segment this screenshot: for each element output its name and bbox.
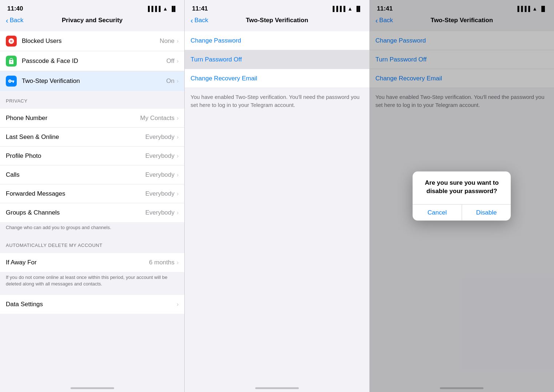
privacy-footer: Change who can add you to groups and cha…: [0, 222, 184, 235]
blocked-users-chevron: ›: [177, 38, 178, 44]
dialog-buttons: Cancel Disable: [413, 204, 511, 220]
data-settings-item[interactable]: Data Settings ›: [0, 295, 184, 314]
two-step-description-1: You have enabled Two-Step verification. …: [185, 88, 369, 114]
passcode-value: Off: [166, 57, 174, 65]
battery-icon-2: ▐▌: [355, 6, 362, 12]
groups-channels-item[interactable]: Groups & Channels Everybody ›: [0, 203, 184, 222]
back-button-2[interactable]: ‹ Back: [190, 17, 208, 24]
status-bar-1: 11:40 ▐▐▐▐ ▲ ▐▌: [0, 0, 184, 15]
back-chevron-2: ‹: [190, 17, 193, 24]
signal-icon: ▐▐▐▐: [146, 6, 161, 12]
passcode-label: Passcode & Face ID: [22, 57, 166, 65]
profile-photo-label: Profile Photo: [6, 152, 145, 160]
profile-photo-item[interactable]: Profile Photo Everybody ›: [0, 147, 184, 165]
change-password-label-1: Change Password: [190, 37, 241, 44]
phone-number-chevron: ›: [177, 115, 178, 121]
forwarded-messages-chevron: ›: [177, 191, 178, 197]
last-seen-label: Last Seen & Online: [6, 133, 145, 141]
last-seen-value: Everybody: [145, 133, 174, 141]
two-step-chevron: ›: [177, 78, 178, 84]
profile-photo-value: Everybody: [145, 152, 174, 160]
phone-number-value: My Contacts: [140, 115, 174, 122]
passcode-chevron: ›: [177, 58, 178, 64]
forwarded-messages-label: Forwarded Messages: [6, 190, 145, 197]
groups-channels-value: Everybody: [145, 209, 174, 216]
status-icons-1: ▐▐▐▐ ▲ ▐▌: [146, 6, 177, 12]
blocked-users-icon: [6, 36, 17, 47]
page-title-1: Privacy and Security: [62, 17, 123, 24]
forwarded-messages-value: Everybody: [145, 190, 174, 197]
if-away-for-item[interactable]: If Away For 6 months ›: [0, 253, 184, 272]
back-button-1[interactable]: ‹ Back: [6, 17, 23, 24]
turn-password-off-label-1: Turn Password Off: [190, 56, 242, 63]
status-icons-2: ▐▐▐▐ ▲ ▐▌: [331, 6, 362, 12]
last-seen-item[interactable]: Last Seen & Online Everybody ›: [0, 128, 184, 147]
blocked-users-value: None: [160, 37, 174, 45]
two-step-label: Two-Step Verification: [22, 77, 166, 85]
privacy-section-header: PRIVACY: [0, 91, 184, 106]
if-away-for-label: If Away For: [6, 259, 149, 266]
home-indicator-2: [255, 387, 299, 389]
back-label-2: Back: [194, 17, 208, 24]
blocked-users-label: Blocked Users: [22, 37, 160, 45]
dialog-cancel-button[interactable]: Cancel: [413, 204, 462, 220]
status-time-2: 11:41: [192, 5, 208, 12]
battery-icon: ▐▌: [170, 6, 177, 12]
groups-channels-label: Groups & Channels: [6, 209, 145, 216]
passcode-icon: [6, 56, 17, 67]
page-title-2: Two-Step Verification: [246, 17, 308, 24]
passcode-faceid-item[interactable]: Passcode & Face ID Off ›: [0, 51, 184, 71]
nav-bar-2: ‹ Back Two-Step Verification: [185, 15, 369, 28]
auto-delete-footer: If you do not come online at least once …: [0, 272, 184, 292]
dialog-title: Are you sure you want to disable your pa…: [418, 179, 505, 196]
groups-channels-chevron: ›: [177, 209, 178, 216]
signal-icon-2: ▐▐▐▐: [331, 6, 345, 12]
calls-value: Everybody: [145, 171, 174, 179]
forwarded-messages-item[interactable]: Forwarded Messages Everybody ›: [0, 184, 184, 203]
auto-delete-section-header: AUTOMATICALLY DELETE MY ACCOUNT: [0, 235, 184, 250]
data-settings-label: Data Settings: [6, 301, 177, 308]
change-recovery-email-label-1: Change Recovery Email: [190, 75, 257, 82]
data-settings-chevron: ›: [177, 301, 178, 308]
disable-password-dialog: Are you sure you want to disable your pa…: [413, 172, 511, 221]
phone-number-label: Phone Number: [6, 115, 140, 122]
last-seen-chevron: ›: [177, 134, 178, 140]
panel-two-step-2: 11:41 ▐▐▐▐ ▲ ▐▌ ‹ Back Two-Step Verifica…: [370, 0, 554, 392]
back-chevron-1: ‹: [6, 17, 8, 24]
two-step-icon: [6, 76, 17, 87]
calls-chevron: ›: [177, 172, 178, 178]
profile-photo-chevron: ›: [177, 153, 178, 159]
blocked-users-item[interactable]: Blocked Users None ›: [0, 31, 184, 51]
privacy-list: Phone Number My Contacts › Last Seen & O…: [0, 109, 184, 222]
calls-label: Calls: [6, 171, 145, 179]
calls-item[interactable]: Calls Everybody ›: [0, 165, 184, 184]
panel-privacy-security: 11:40 ▐▐▐▐ ▲ ▐▌ ‹ Back Privacy and Secur…: [0, 0, 185, 392]
dialog-disable-button[interactable]: Disable: [462, 204, 511, 220]
two-step-value: On: [166, 77, 174, 85]
status-bar-2: 11:41 ▐▐▐▐ ▲ ▐▌: [185, 0, 369, 15]
data-settings-list: Data Settings ›: [0, 295, 184, 314]
panel-two-step-1: 11:41 ▐▐▐▐ ▲ ▐▌ ‹ Back Two-Step Verifica…: [185, 0, 369, 392]
if-away-for-value: 6 months: [149, 259, 174, 266]
top-settings-list: Blocked Users None › Passcode & Face ID …: [0, 31, 184, 91]
back-label-1: Back: [10, 17, 24, 24]
phone-number-item[interactable]: Phone Number My Contacts ›: [0, 109, 184, 128]
wifi-icon-2: ▲: [348, 6, 353, 12]
if-away-for-chevron: ›: [177, 259, 178, 266]
dialog-content: Are you sure you want to disable your pa…: [413, 172, 511, 204]
status-time-1: 11:40: [7, 5, 23, 12]
change-recovery-email-item-1[interactable]: Change Recovery Email: [185, 69, 369, 88]
wifi-icon: ▲: [163, 6, 168, 12]
change-password-item-1[interactable]: Change Password: [185, 31, 369, 50]
auto-delete-list: If Away For 6 months ›: [0, 253, 184, 272]
nav-bar-1: ‹ Back Privacy and Security: [0, 15, 184, 28]
turn-password-off-item-1[interactable]: Turn Password Off: [185, 50, 369, 69]
two-step-actions-1: Change Password Turn Password Off Change…: [185, 31, 369, 88]
home-indicator-1: [71, 387, 114, 389]
two-step-item[interactable]: Two-Step Verification On ›: [0, 71, 184, 91]
